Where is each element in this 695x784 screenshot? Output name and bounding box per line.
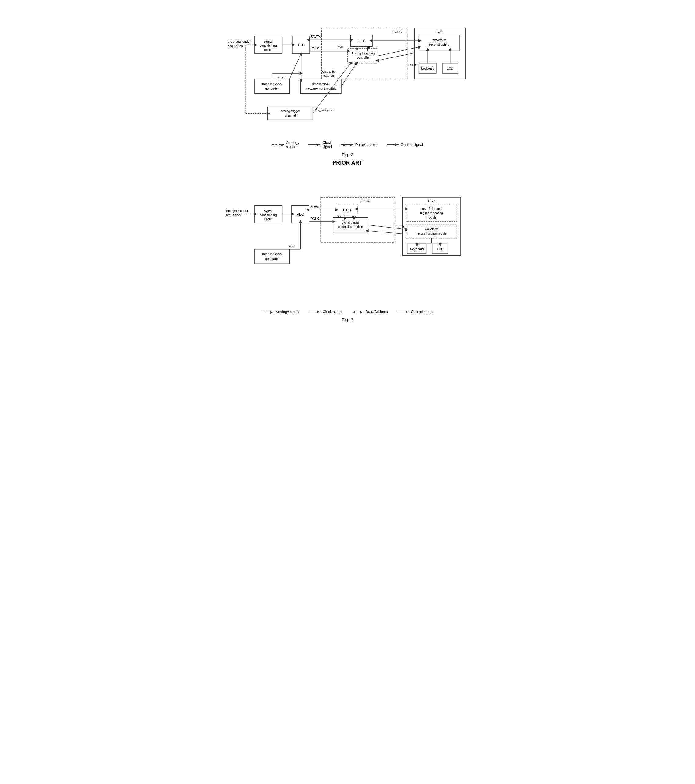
svg-marker-56 (355, 62, 358, 65)
fig3-control-label: Control signal (411, 310, 434, 314)
svg-text:Analog triggering: Analog triggering (351, 52, 375, 55)
figure-2-diagram: the signal under acquisition signal cond… (222, 9, 473, 137)
svg-text:sampling clock: sampling clock (261, 82, 283, 86)
svg-text:module: module (426, 216, 437, 219)
svg-marker-128 (353, 217, 356, 220)
control-label: Control signal (401, 143, 423, 147)
svg-rect-91 (336, 204, 358, 215)
svg-text:signal: signal (264, 209, 272, 213)
svg-marker-125 (343, 217, 346, 220)
svg-marker-122 (332, 220, 335, 223)
svg-marker-131 (299, 220, 302, 222)
fig3-clock-arrow-icon (309, 311, 321, 312)
svg-text:trigger relocating: trigger relocating (420, 211, 443, 215)
svg-marker-39 (306, 38, 309, 41)
svg-text:SCLK: SCLK (288, 245, 296, 248)
svg-text:LCD: LCD (447, 67, 453, 70)
svg-text:digital trigger: digital trigger (342, 221, 359, 224)
svg-text:sampling clock: sampling clock (261, 253, 283, 256)
svg-rect-98 (406, 204, 457, 221)
svg-text:time interval: time interval (312, 82, 329, 86)
svg-text:curve fitting and: curve fitting and (421, 207, 442, 211)
svg-marker-69 (449, 48, 452, 51)
svg-text:reconstructing: reconstructing (429, 43, 449, 46)
svg-line-137 (368, 231, 402, 234)
svg-marker-61 (417, 46, 420, 49)
svg-marker-40 (350, 38, 353, 41)
svg-marker-80 (299, 72, 302, 75)
svg-marker-118 (306, 208, 309, 211)
svg-text:FGPA: FGPA (360, 199, 370, 203)
svg-text:conditioning: conditioning (260, 214, 276, 217)
svg-text:DCLK: DCLK (310, 217, 319, 221)
svg-text:waveform: waveform (432, 38, 446, 42)
fig3-anology-label: Anology signal (276, 310, 299, 314)
svg-text:generator: generator (265, 257, 279, 260)
svg-text:channel: channel (284, 114, 296, 117)
anology-arrow-icon (272, 145, 284, 145)
svg-text:circuit: circuit (264, 48, 272, 52)
svg-line-60 (378, 47, 419, 56)
control-arrow-icon (387, 145, 399, 145)
svg-marker-133 (354, 208, 357, 211)
svg-text:controller: controller (357, 56, 369, 59)
fig3-anology-arrow-icon (261, 311, 274, 312)
svg-line-73 (312, 63, 350, 114)
svg-text:FIFO: FIFO (357, 39, 365, 43)
fig2-legend: Anology signal Clock signal Data/Address… (222, 140, 473, 149)
svg-rect-89 (321, 197, 395, 242)
svg-text:acquisition: acquisition (228, 44, 243, 48)
svg-rect-10 (350, 35, 372, 46)
svg-marker-74 (349, 62, 352, 65)
svg-text:the signal under: the signal under (228, 40, 251, 43)
fig2-label: Fig. 2 (222, 152, 473, 157)
svg-text:PCLK: PCLK (396, 225, 404, 229)
svg-rect-17 (419, 35, 459, 51)
clock-arrow-icon (308, 145, 320, 145)
svg-text:Pulse to be: Pulse to be (321, 70, 335, 73)
svg-text:SDATA: SDATA (311, 35, 320, 38)
svg-line-62 (379, 53, 414, 60)
svg-line-55 (341, 63, 357, 86)
svg-marker-46 (366, 48, 369, 51)
svg-text:Keyboard: Keyboard (410, 247, 424, 251)
svg-text:Trigger signal: Trigger signal (315, 109, 332, 112)
svg-text:DCLK: DCLK (311, 47, 319, 50)
fig3-control-arrow-icon (397, 311, 409, 312)
fig3-clock-label: Clock signal (323, 310, 342, 314)
svg-marker-36 (291, 43, 294, 46)
svg-marker-143 (416, 244, 419, 247)
svg-marker-138 (365, 229, 368, 232)
svg-text:wen: wen (335, 215, 341, 218)
svg-marker-144 (439, 244, 442, 247)
svg-text:controlling module: controlling module (338, 225, 363, 229)
prior-art-label: PRIOR ART (222, 160, 473, 166)
svg-marker-77 (299, 79, 302, 82)
svg-text:SDATA: SDATA (310, 205, 320, 209)
svg-text:ADC: ADC (297, 43, 305, 47)
svg-rect-22 (442, 63, 458, 73)
svg-marker-43 (355, 48, 358, 51)
svg-text:generator: generator (265, 87, 279, 91)
svg-text:analog trigger: analog trigger (281, 109, 300, 113)
svg-text:measured: measured (321, 74, 334, 77)
svg-text:waveform: waveform (424, 227, 438, 231)
svg-rect-96 (402, 197, 461, 255)
svg-marker-49 (347, 50, 350, 53)
svg-text:ren: ren (352, 215, 356, 218)
svg-marker-34 (254, 43, 257, 46)
svg-text:circuit: circuit (264, 217, 272, 221)
svg-text:ren: ren (366, 45, 370, 48)
svg-rect-2 (254, 36, 282, 53)
svg-marker-134 (405, 208, 408, 211)
svg-marker-67 (426, 48, 429, 51)
svg-marker-119 (335, 208, 338, 211)
figure-3-diagram: the signal under acquisition signal cond… (222, 175, 473, 306)
data-arrow-icon (341, 145, 353, 145)
svg-marker-63 (375, 59, 378, 62)
svg-marker-113 (254, 213, 257, 216)
svg-text:reconstructing module: reconstructing module (416, 232, 447, 235)
svg-text:wen: wen (337, 45, 342, 48)
fig3-label: Fig. 3 (222, 317, 473, 322)
svg-text:ADC: ADC (297, 212, 304, 216)
